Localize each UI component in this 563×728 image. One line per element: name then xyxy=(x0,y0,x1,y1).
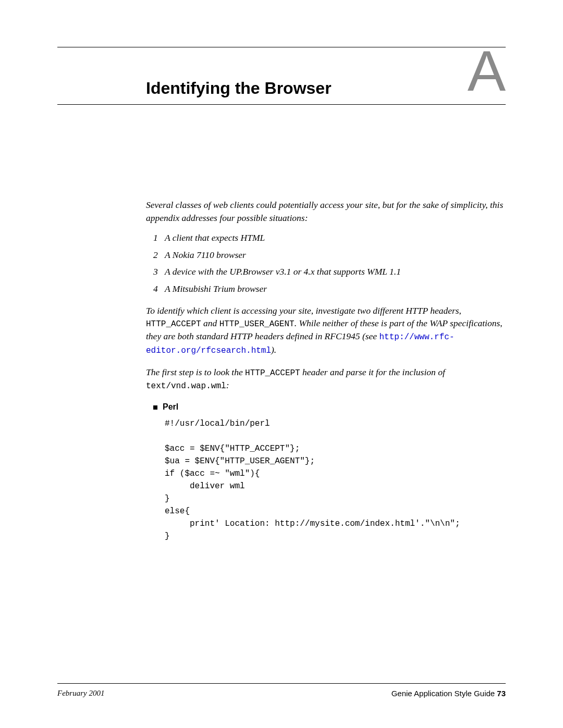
text-run: and xyxy=(201,318,219,328)
title-underline xyxy=(57,104,506,105)
first-step-paragraph: The first step is to look the HTTP_ACCEP… xyxy=(146,366,506,392)
list-item-text: A Mitsubishi Trium browser xyxy=(165,283,267,294)
page-container: A Identifying the Browser Several classe… xyxy=(0,0,563,728)
text-run: header and parse it for the inclusion of xyxy=(300,367,445,377)
situations-list: 1 A client that expects HTML 2 A Nokia 7… xyxy=(153,231,506,295)
code-inline: HTTP_USER_AGENT xyxy=(219,319,295,329)
code-inline: HTTP_ACCEPT xyxy=(146,319,201,329)
intro-paragraph: Several classes of web clients could pot… xyxy=(146,199,506,224)
page-footer: February 2001 Genie Application Style Gu… xyxy=(57,683,506,698)
code-inline: text/vnd.wap.wml xyxy=(146,381,226,391)
perl-code-block: #!/usr/local/bin/perl $acc = $ENV{"HTTP_… xyxy=(165,417,506,542)
appendix-letter: A xyxy=(468,42,506,100)
list-item-text: A Nokia 7110 browser xyxy=(165,250,246,260)
text-run: ). xyxy=(271,344,276,355)
list-item: 3 A device with the UP.Browser v3.1 or 4… xyxy=(153,265,506,278)
top-border-rule xyxy=(57,47,506,47)
list-item-text: A client that expects HTML xyxy=(165,232,265,243)
footer-doc-title: Genie Application Style Guide 73 xyxy=(391,689,506,698)
text-run: The first step is to look the xyxy=(146,367,245,377)
text-run: To identify which client is accessing yo… xyxy=(146,305,461,316)
list-item: 2 A Nokia 7110 browser xyxy=(153,249,506,262)
list-item: 1 A client that expects HTML xyxy=(153,231,506,244)
footer-text: Genie Application Style Guide xyxy=(391,689,497,698)
square-bullet-icon xyxy=(153,405,157,410)
chapter-title: Identifying the Browser xyxy=(57,79,506,104)
text-run: : xyxy=(226,380,229,390)
footer-date: February 2001 xyxy=(57,689,104,698)
code-inline: HTTP_ACCEPT xyxy=(245,368,300,378)
perl-label: Perl xyxy=(163,401,178,413)
http-headers-paragraph: To identify which client is accessing yo… xyxy=(146,304,506,357)
body-content: Several classes of web clients could pot… xyxy=(146,199,506,542)
page-number: 73 xyxy=(497,689,506,698)
title-block: A Identifying the Browser xyxy=(57,79,506,105)
list-item-text: A device with the UP.Browser v3.1 or 4.x… xyxy=(165,266,401,277)
perl-heading: Perl xyxy=(153,401,506,413)
list-item: 4 A Mitsubishi Trium browser xyxy=(153,282,506,295)
